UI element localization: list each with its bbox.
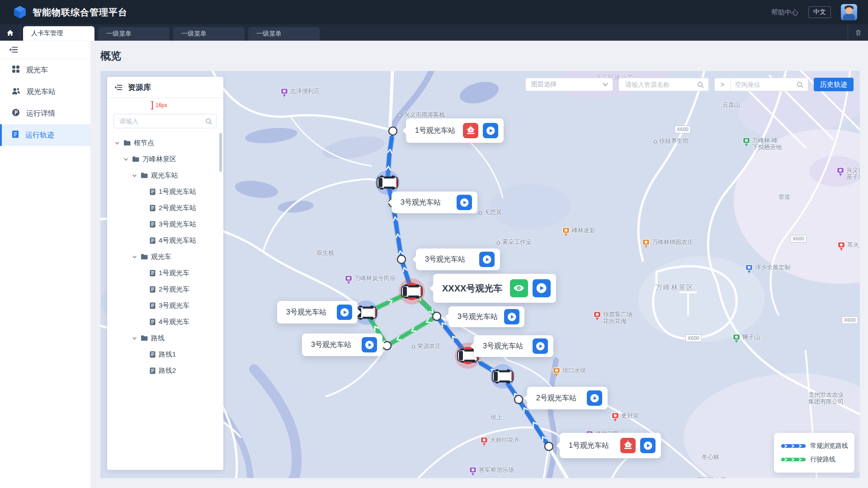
tree-row-万峰林景区[interactable]: 万峰林景区	[107, 151, 219, 167]
history-track-button[interactable]: 历史轨迹	[814, 78, 854, 91]
chevron-down-icon[interactable]	[123, 156, 129, 162]
chevron-down-icon[interactable]	[132, 173, 137, 178]
waypoint-dot-5[interactable]	[514, 395, 523, 404]
collapse-icon[interactable]	[114, 84, 123, 91]
resource-tree: 根节点万峰林景区观光车站1号观光车站2号观光车站3号观光车站4号观光车站观光车1…	[107, 135, 219, 466]
chevron-down-icon[interactable]	[114, 140, 120, 146]
tree-row-根节点[interactable]: 根节点	[107, 135, 219, 151]
tree-row-观光车站[interactable]: 观光车站	[107, 167, 219, 183]
search-icon[interactable]	[797, 81, 803, 88]
station-card-3号观光车站-4[interactable]: 3号观光车站	[277, 301, 358, 324]
tab-item-3[interactable]: 一级菜单	[248, 27, 320, 41]
side-windows	[499, 380, 510, 382]
tree-node-label: 1号观光车	[159, 269, 189, 277]
tail-light	[511, 372, 513, 380]
resource-name-input[interactable]	[624, 80, 694, 89]
card-play-button[interactable]	[479, 252, 495, 267]
waypoint-dot-3[interactable]	[433, 312, 441, 320]
sidebar-item-观光车站[interactable]: 观光车站	[0, 81, 90, 103]
legend-line-sample	[781, 442, 806, 450]
waypoint-dot-6[interactable]	[545, 442, 553, 450]
station-card-3号观光车站-5[interactable]: 3号观光车站	[448, 306, 524, 327]
card-eye-button[interactable]	[510, 279, 528, 297]
layer-select-dropdown[interactable]: 图层选择	[525, 78, 613, 91]
chevron-down-icon[interactable]	[132, 335, 137, 341]
sidebar-item-运行详情[interactable]: 运行详情	[0, 103, 90, 124]
tree-row-观光车[interactable]: 观光车	[107, 249, 219, 265]
card-alarm-button[interactable]	[463, 123, 478, 138]
card-label: 3号观光车站	[286, 308, 326, 317]
search-icon[interactable]	[205, 118, 212, 125]
legend-label: 行驶路线	[810, 455, 835, 464]
tree-node-label: 4号观光车站	[159, 236, 196, 245]
doc-icon	[12, 130, 19, 140]
search-icon[interactable]	[697, 81, 704, 88]
tree-row-路线[interactable]: 路线	[107, 330, 219, 346]
card-play-button[interactable]	[483, 123, 498, 138]
app-logo-icon	[14, 5, 26, 19]
tree-row-3号观光车[interactable]: 3号观光车	[107, 297, 219, 314]
sidebar-item-label: 运行轨迹	[25, 131, 54, 140]
tree-row-2号观光车[interactable]: 2号观光车	[107, 281, 219, 297]
station-card-3号观光车站-1[interactable]: 3号观光车站	[392, 192, 477, 213]
tab-item-2[interactable]: 一级菜单	[173, 27, 245, 41]
card-play-button[interactable]	[587, 390, 602, 406]
resource-panel: 资源库 16px 根节点万峰林景区观光车站1号观光车站2号观光车站3号观光车站4…	[107, 77, 223, 470]
free-seat-input[interactable]	[731, 80, 797, 89]
tree-row-4号观光车[interactable]: 4号观光车	[107, 314, 219, 330]
user-avatar[interactable]	[841, 4, 857, 20]
waypoint-dot-0[interactable]	[389, 127, 397, 135]
close-tabs-button[interactable]	[848, 24, 868, 41]
seat-operator[interactable]: >	[715, 78, 731, 91]
card-alarm-button[interactable]	[620, 438, 636, 453]
card-play-button[interactable]	[504, 309, 519, 324]
document-icon	[150, 237, 156, 244]
tab-item-0[interactable]: 人卡车管理	[23, 26, 94, 41]
card-play-button[interactable]	[457, 195, 472, 210]
language-button[interactable]: 中文	[808, 6, 831, 18]
tree-search-input[interactable]	[118, 117, 203, 125]
card-buttons	[479, 252, 495, 267]
vehicle-marker-2[interactable]	[399, 278, 425, 305]
document-icon	[150, 319, 156, 325]
card-play-button[interactable]	[533, 338, 548, 354]
station-card-XXXX号观光车-3[interactable]: XXXX号观光车	[433, 274, 556, 303]
tree-row-4号观光车站[interactable]: 4号观光车站	[107, 232, 219, 249]
help-center-link[interactable]: 帮助中心	[771, 8, 798, 17]
station-card-1号观光车站-9[interactable]: 1号观光车站	[560, 433, 661, 458]
card-play-button[interactable]	[362, 337, 377, 352]
tree-row-路线2[interactable]: 路线2	[107, 362, 219, 379]
sidebar-item-观光车[interactable]: 观光车	[0, 59, 90, 81]
tree-node-label: 4号观光车	[159, 318, 189, 326]
tree-row-3号观光车站[interactable]: 3号观光车站	[107, 216, 219, 232]
document-icon	[150, 188, 156, 195]
card-play-button[interactable]	[533, 279, 551, 297]
chevron-down-icon[interactable]	[132, 254, 137, 260]
vehicle-marker-0[interactable]	[375, 170, 400, 195]
station-card-3号观光车站-7[interactable]: 3号观光车站	[474, 335, 553, 357]
tree-row-2号观光车站[interactable]: 2号观光车站	[107, 200, 219, 216]
side-windows	[464, 360, 475, 361]
tree-row-1号观光车站[interactable]: 1号观光车站	[107, 183, 219, 200]
vehicle-marker-4[interactable]	[491, 364, 515, 389]
design-annotation: 16px	[151, 101, 167, 109]
tab-list: 人卡车管理一级菜单一级菜单一级菜单	[23, 24, 320, 41]
map-canvas[interactable]: 志泽便利店兴义市雨涛客栈乐立民族小学云盘山徐姐养生馆万峰林·峰下悦栖营地兴义市亲…	[100, 71, 860, 478]
station-card-1号观光车站-0[interactable]: 1号观光车站	[406, 118, 504, 143]
tab-item-1[interactable]: 一级菜单	[98, 27, 170, 41]
station-card-3号观光车站-6[interactable]: 3号观光车站	[302, 333, 382, 356]
card-play-button[interactable]	[640, 438, 656, 453]
tree-scrollbar[interactable]	[219, 133, 222, 172]
home-button[interactable]	[0, 24, 20, 41]
card-label: XXXX号观光车	[442, 282, 502, 295]
tree-row-路线1[interactable]: 路线1	[107, 346, 219, 362]
card-buttons	[587, 390, 602, 406]
tree-row-1号观光车[interactable]: 1号观光车	[107, 265, 219, 281]
sidebar-collapse-button[interactable]	[0, 41, 90, 59]
card-play-button[interactable]	[337, 305, 352, 320]
sidebar-item-运行轨迹[interactable]: 运行轨迹	[0, 124, 90, 146]
map-controls: 图层选择 > 历史轨迹	[525, 78, 854, 91]
station-card-3号观光车站-2[interactable]: 3号观光车站	[416, 249, 500, 270]
waypoint-dot-2[interactable]	[397, 255, 406, 263]
station-card-2号观光车站-8[interactable]: 2号观光车站	[527, 387, 608, 409]
